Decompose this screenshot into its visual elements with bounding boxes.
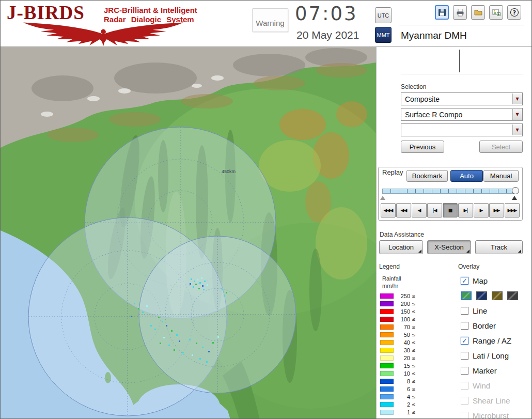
chevron-down-icon[interactable]: ▼ [512,109,522,120]
replay-label: Replay [381,168,404,176]
overlay-item-label: Marker [473,366,497,375]
overlay-item-label: Border [473,321,496,330]
legend-value: 30 [396,347,410,353]
playback-fast-forward-button[interactable]: ▶▶ [489,203,504,218]
help-button[interactable]: ? [507,5,521,20]
legend-row: 50≤ [380,331,416,338]
legend-value: 150 [396,308,410,315]
selection-dropdown-3[interactable]: ▼ [401,123,523,136]
map-style-swatch[interactable] [461,291,472,300]
export-image-icon [492,8,501,17]
legend-color-swatch [380,309,394,314]
checkbox [461,397,468,405]
legend-color-swatch [380,324,394,330]
legend-leq: ≤ [412,293,416,299]
map-style-swatches [461,288,530,303]
open-folder-icon [474,8,483,17]
chevron-down-icon[interactable]: ▼ [512,94,522,104]
replay-group: Replay Bookmark Auto Manual ◀◀◀◀◀◀|◀■▶|▶… [378,167,523,221]
station-list-divider [459,50,460,72]
warning-button[interactable]: Warning [252,8,288,32]
legend-row: 8≤ [380,377,416,385]
map-style-swatch[interactable] [476,291,487,300]
replay-timeline-slider[interactable] [382,189,518,194]
selection-dropdown-1[interactable]: Composite ▼ [401,92,523,105]
legend-color-swatch [380,386,394,392]
playback-stop-button[interactable]: ■ [443,203,458,218]
legend-value: 10 [396,370,410,377]
legend-color-swatch [380,402,394,407]
checkbox[interactable] [461,367,468,375]
checkbox[interactable] [461,322,468,330]
legend-leq: ≤ [412,402,416,407]
track-button[interactable]: Track [475,240,523,254]
select-button[interactable]: Select [479,141,523,153]
app-logo-title: J-BIRDS [7,2,85,24]
playback-jump-start-button[interactable]: ◀◀◀ [381,203,396,218]
overlay-item-range-az[interactable]: ✓Range / AZ [461,333,530,348]
checkbox[interactable]: ✓ [461,337,468,345]
station-list[interactable] [401,49,523,74]
overlay-label: Overlay [458,263,479,270]
playback-jump-end-button[interactable]: ▶▶▶ [505,203,520,218]
x-section-button[interactable]: X-Section [427,240,471,254]
auto-mode-button[interactable]: Auto [450,170,483,182]
bookmark-button[interactable]: Bookmark [406,170,448,182]
overlay-item-marker[interactable]: Marker [461,363,530,378]
radar-map-viewport[interactable]: 450km [1,47,376,419]
legend-row: 10≤ [380,369,416,377]
overlay-item-label: Wind [473,381,490,390]
legend-color-swatch [380,340,394,345]
selection-label: Selection [401,83,426,90]
overlay-item-map[interactable]: ✓Map [461,273,530,288]
chevron-down-icon[interactable]: ▼ [512,125,522,135]
legend-color-swatch [380,379,394,384]
export-image-button[interactable] [489,5,503,20]
legend-color-swatch [380,293,394,299]
map-style-swatch[interactable] [492,291,503,300]
legend-leq: ≤ [412,379,416,384]
playback-step-forward-button[interactable]: ▶| [458,203,473,218]
legend-value: 15 [396,363,410,369]
legend-leq: ≤ [412,410,416,415]
organization-name: Myanmar DMH [401,30,467,41]
legend-leq: ≤ [412,394,416,399]
overlay-item-border[interactable]: Border [461,318,530,333]
playback-play-button[interactable]: ▶ [474,203,489,218]
legend-row: 6≤ [380,385,416,393]
overlay-item-label: Line [473,306,487,315]
manual-mode-button[interactable]: Manual [483,170,519,182]
save-button[interactable] [435,5,449,20]
playback-play-reverse-button[interactable]: ◀ [412,203,427,218]
overlay-item-lati-long[interactable]: Lati / Long [461,348,530,363]
legend-value: 70 [396,324,410,330]
timezone-mmt-button[interactable]: MMT [375,27,392,43]
timezone-utc-button[interactable]: UTC [375,7,392,23]
print-button[interactable] [453,5,467,20]
timeline-end-marker [512,196,517,200]
selection-dropdown-2[interactable]: Surface R Compo ▼ [401,108,523,121]
playback-fast-rewind-button[interactable]: ◀◀ [396,203,411,218]
playback-controls: ◀◀◀◀◀◀|◀■▶|▶▶▶▶▶▶ [381,203,520,218]
previous-button[interactable]: Previous [401,141,444,153]
overlay-item-label: Microburst [473,411,509,419]
playback-step-back-button[interactable]: |◀ [427,203,442,218]
print-icon [456,8,465,17]
legend-value: 100 [396,316,410,322]
legend-value: 200 [396,301,410,307]
panel-separator [399,25,524,25]
map-style-swatch[interactable] [507,291,518,300]
legend-unit-1: Rainfall [382,275,401,282]
legend-row: 1≤ [380,408,416,416]
legend-row: 30≤ [380,346,416,354]
legend-leq: ≤ [412,309,416,314]
checkbox[interactable]: ✓ [461,277,468,285]
timeline-thumb[interactable] [512,187,519,194]
location-button[interactable]: Location [379,240,423,254]
open-file-button[interactable] [471,5,485,20]
checkbox[interactable] [461,352,468,360]
legend-color-swatch [380,394,394,399]
overlay-item-line[interactable]: Line [461,303,530,318]
checkbox[interactable] [461,307,468,315]
overlay-options: ✓MapLineBorder✓Range / AZLati / LongMark… [461,273,530,419]
